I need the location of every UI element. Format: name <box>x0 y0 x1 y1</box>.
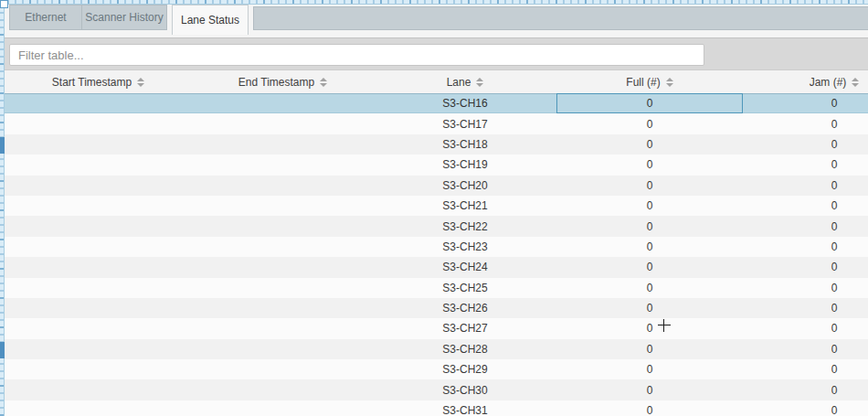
cell-lane[interactable]: S3-CH18 <box>374 134 556 155</box>
cell-jam[interactable]: 0 <box>743 318 868 338</box>
cell-lane[interactable]: S3-CH28 <box>374 339 556 359</box>
cell-lane[interactable]: S3-CH24 <box>374 257 556 277</box>
cell-jam[interactable]: 0 <box>743 359 868 379</box>
cell-lane[interactable]: S3-CH23 <box>374 237 556 257</box>
table-row[interactable]: S3-CH2900 <box>5 359 868 379</box>
cell-jam[interactable]: 0 <box>743 339 868 359</box>
cell-end[interactable] <box>192 134 374 155</box>
cell-start[interactable] <box>5 113 192 133</box>
cell-lane[interactable]: S3-CH16 <box>374 93 556 113</box>
cell-full[interactable]: 0 <box>556 318 743 338</box>
cell-start[interactable] <box>5 134 192 155</box>
cell-full[interactable]: 0 <box>556 298 743 318</box>
table-row[interactable]: S3-CH1600 <box>5 93 868 113</box>
table-row[interactable]: S3-CH3000 <box>5 379 868 400</box>
cell-end[interactable] <box>192 113 374 133</box>
cell-jam[interactable]: 0 <box>743 237 868 257</box>
cell-jam[interactable]: 0 <box>743 113 868 133</box>
tab-lane-status[interactable]: Lane Status <box>172 5 249 35</box>
cell-jam[interactable]: 0 <box>743 134 868 155</box>
cell-jam[interactable]: 0 <box>743 278 868 298</box>
cell-jam[interactable]: 0 <box>743 93 868 113</box>
table-row[interactable]: S3-CH2000 <box>5 176 868 196</box>
cell-jam[interactable]: 0 <box>743 196 868 216</box>
cell-start[interactable] <box>5 237 192 257</box>
cell-start[interactable] <box>5 155 192 175</box>
cell-full[interactable]: 0 <box>556 176 743 196</box>
cell-end[interactable] <box>192 257 374 277</box>
cell-end[interactable] <box>192 196 374 216</box>
cell-end[interactable] <box>192 339 374 359</box>
cell-end[interactable] <box>192 216 374 236</box>
cell-jam[interactable]: 0 <box>743 257 868 277</box>
selection-resize-handle[interactable] <box>0 0 8 8</box>
table-row[interactable]: S3-CH2200 <box>5 216 868 236</box>
cell-lane[interactable]: S3-CH19 <box>374 155 556 175</box>
cell-full[interactable]: 0 <box>556 155 743 175</box>
cell-start[interactable] <box>5 400 192 416</box>
cell-full[interactable]: 0 <box>556 359 743 379</box>
cell-jam[interactable]: 0 <box>743 298 868 318</box>
column-header-end-timestamp[interactable]: End Timestamp <box>192 70 374 93</box>
cell-full[interactable]: 0 <box>556 400 743 416</box>
cell-jam[interactable]: 0 <box>743 400 868 416</box>
cell-full[interactable]: 0 <box>556 237 743 257</box>
cell-jam[interactable]: 0 <box>743 176 868 196</box>
table-row[interactable]: S3-CH2800 <box>5 339 868 359</box>
cell-end[interactable] <box>192 155 374 175</box>
cell-full[interactable]: 0 <box>556 379 743 400</box>
cell-full[interactable]: 0 <box>556 113 743 133</box>
cell-full[interactable]: 0 <box>556 339 743 359</box>
column-header-full[interactable]: Full (#) <box>556 70 743 93</box>
filter-input[interactable] <box>9 44 704 66</box>
cell-full[interactable]: 0 <box>556 257 743 277</box>
cell-start[interactable] <box>5 298 192 318</box>
cell-end[interactable] <box>192 237 374 257</box>
table-row[interactable]: S3-CH1700 <box>5 113 868 133</box>
cell-full[interactable]: 0 <box>556 134 743 155</box>
cell-start[interactable] <box>5 339 192 359</box>
tab-scanner-history[interactable]: Scanner History <box>81 5 167 30</box>
cell-full[interactable]: 0 <box>556 278 743 298</box>
table-row[interactable]: S3-CH1800 <box>5 134 868 155</box>
cell-start[interactable] <box>5 278 192 298</box>
cell-end[interactable] <box>192 318 374 338</box>
cell-start[interactable] <box>5 318 192 338</box>
cell-lane[interactable]: S3-CH17 <box>374 113 556 133</box>
cell-lane[interactable]: S3-CH27 <box>374 318 556 338</box>
cell-lane[interactable]: S3-CH21 <box>374 196 556 216</box>
cell-end[interactable] <box>192 359 374 379</box>
cell-full[interactable]: 0 <box>556 196 743 216</box>
table-row[interactable]: S3-CH2600 <box>5 298 868 318</box>
cell-lane[interactable]: S3-CH25 <box>374 278 556 298</box>
cell-end[interactable] <box>192 400 374 416</box>
column-header-jam[interactable]: Jam (#) <box>743 70 868 93</box>
table-row[interactable]: S3-CH1900 <box>5 155 868 175</box>
cell-lane[interactable]: S3-CH31 <box>374 400 556 416</box>
cell-start[interactable] <box>5 359 192 379</box>
cell-end[interactable] <box>192 379 374 400</box>
cell-start[interactable] <box>5 176 192 196</box>
table-row[interactable]: S3-CH2500 <box>5 278 868 298</box>
cell-lane[interactable]: S3-CH26 <box>374 298 556 318</box>
cell-start[interactable] <box>5 196 192 216</box>
cell-end[interactable] <box>192 176 374 196</box>
cell-lane[interactable]: S3-CH29 <box>374 359 556 379</box>
cell-start[interactable] <box>5 379 192 400</box>
cell-start[interactable] <box>5 257 192 277</box>
cell-start[interactable] <box>5 93 192 113</box>
table-row[interactable]: S3-CH2400 <box>5 257 868 277</box>
cell-end[interactable] <box>192 298 374 318</box>
table-row[interactable]: S3-CH3100 <box>5 400 868 416</box>
cell-start[interactable] <box>5 216 192 236</box>
cell-lane[interactable]: S3-CH22 <box>374 216 556 236</box>
cell-lane[interactable]: S3-CH30 <box>374 379 556 400</box>
column-header-start-timestamp[interactable]: Start Timestamp <box>5 70 192 93</box>
tab-ethernet[interactable]: Ethernet <box>9 5 82 30</box>
table-row[interactable]: S3-CH2700 <box>5 318 868 338</box>
cell-jam[interactable]: 0 <box>743 155 868 175</box>
cell-lane[interactable]: S3-CH20 <box>374 176 556 196</box>
column-header-lane[interactable]: Lane <box>374 70 556 93</box>
table-row[interactable]: S3-CH2300 <box>5 237 868 257</box>
cell-full[interactable]: 0 <box>556 216 743 236</box>
